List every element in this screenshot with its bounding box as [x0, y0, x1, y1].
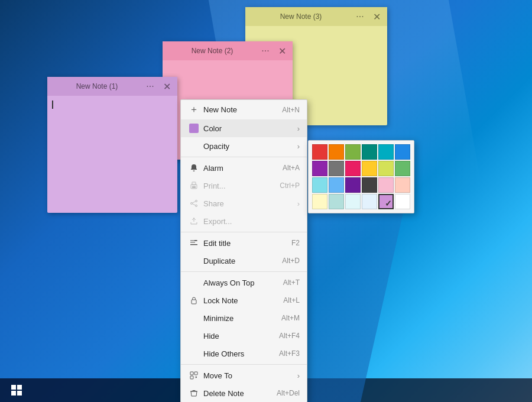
color-swatch-red[interactable]: [312, 144, 327, 160]
color-swatch-deep-purple[interactable]: [345, 177, 361, 193]
svg-rect-9: [194, 240, 197, 241]
color-swatch-dark-gray[interactable]: [362, 177, 377, 193]
color-label: Color: [203, 124, 295, 133]
color-swatch-light-pink[interactable]: [378, 177, 394, 193]
color-swatch-white[interactable]: [395, 194, 410, 209]
note-2-close-button[interactable]: ✕: [275, 44, 289, 58]
context-menu: ＋ New Note Alt+N Color ›: [180, 99, 307, 402]
duplicate-shortcut: Alt+D: [282, 257, 300, 265]
text-cursor: [52, 100, 53, 109]
note-1-content: [47, 96, 177, 213]
svg-rect-16: [17, 385, 22, 390]
separator-4: [181, 364, 307, 365]
separator-1: [181, 157, 307, 157]
always-on-top-shortcut: Alt+T: [283, 278, 300, 287]
desktop: New Note (3) ··· ✕ New Note (2) ··· ✕ Ne…: [0, 0, 532, 402]
svg-rect-15: [11, 385, 16, 390]
print-icon: [188, 181, 200, 190]
color-swatch-light-yellow[interactable]: [312, 194, 327, 209]
svg-rect-18: [17, 391, 22, 395]
color-swatch-blue[interactable]: [395, 144, 410, 160]
svg-rect-12: [194, 372, 197, 375]
color-swatch-pale-blue[interactable]: [362, 194, 377, 209]
color-swatch-ice[interactable]: [345, 194, 361, 209]
delete-note-shortcut: Alt+Del: [277, 389, 300, 397]
plus-icon: ＋: [188, 103, 200, 116]
color-swatch-light-cyan[interactable]: [312, 177, 327, 193]
move-to-arrow-icon: ›: [297, 371, 300, 380]
svg-rect-8: [190, 244, 197, 245]
opacity-label: Opacity: [203, 142, 295, 151]
color-swatch-green[interactable]: [345, 144, 361, 160]
color-swatch-gray[interactable]: [329, 161, 344, 176]
color-swatch-teal[interactable]: [362, 144, 377, 160]
menu-item-new-note[interactable]: ＋ New Note Alt+N: [181, 100, 307, 119]
note-3-header: New Note (3) ··· ✕: [245, 7, 387, 26]
note-1-menu-button[interactable]: ···: [143, 79, 157, 93]
menu-item-share[interactable]: Share ›: [181, 194, 307, 212]
bell-icon: [188, 164, 200, 172]
menu-item-edit-title[interactable]: Edit title F2: [181, 234, 307, 252]
svg-point-3: [196, 200, 197, 202]
export-label: Export...: [203, 217, 300, 226]
color-swatch-peach[interactable]: [395, 177, 410, 193]
note-3-controls: ··· ✕: [353, 9, 384, 24]
color-swatch-cyan[interactable]: [378, 144, 394, 160]
menu-item-minimize[interactable]: Minimize Alt+M: [181, 309, 307, 327]
note-2-controls: ··· ✕: [258, 44, 289, 58]
svg-point-5: [196, 205, 197, 207]
color-swatch-purple[interactable]: [312, 161, 327, 176]
note-3-menu-button[interactable]: ···: [353, 9, 367, 24]
menu-item-alarm[interactable]: Alarm Alt+A: [181, 159, 307, 177]
separator-2: [181, 232, 307, 232]
share-label: Share: [203, 199, 295, 208]
svg-line-6: [192, 202, 195, 203]
sticky-note-1[interactable]: New Note (1) ··· ✕: [47, 77, 177, 213]
menu-item-color[interactable]: Color ›: [181, 119, 307, 137]
color-swatch-light-green[interactable]: [395, 161, 410, 176]
note-2-header: New Note (2) ··· ✕: [163, 41, 293, 60]
hide-others-label: Hide Others: [203, 349, 274, 358]
note-1-close-button[interactable]: ✕: [160, 79, 174, 93]
note-3-title: New Note (3): [249, 12, 353, 21]
print-label: Print...: [203, 181, 275, 190]
new-note-label: New Note: [203, 105, 277, 114]
color-swatch-yellow[interactable]: [362, 161, 377, 176]
lock-note-shortcut: Alt+L: [283, 296, 300, 304]
color-swatch-orange[interactable]: [329, 144, 344, 160]
color-swatch-lime[interactable]: [378, 161, 394, 176]
menu-item-hide[interactable]: Hide Alt+F4: [181, 327, 307, 345]
menu-item-duplicate[interactable]: Duplicate Alt+D: [181, 252, 307, 270]
menu-item-move-to[interactable]: Move To ›: [181, 367, 307, 384]
color-swatch-mint[interactable]: [329, 194, 344, 209]
svg-rect-11: [190, 372, 193, 375]
menu-item-opacity[interactable]: Opacity ›: [181, 137, 307, 155]
color-arrow-icon: ›: [297, 124, 300, 133]
hide-shortcut: Alt+F4: [279, 332, 300, 340]
hide-label: Hide: [203, 332, 274, 341]
alarm-shortcut: Alt+A: [283, 164, 300, 172]
menu-item-always-on-top[interactable]: Always On Top Alt+T: [181, 274, 307, 291]
start-button[interactable]: [5, 378, 28, 402]
duplicate-label: Duplicate: [203, 257, 277, 265]
note-1-header: New Note (1) ··· ✕: [47, 77, 177, 96]
menu-item-hide-others[interactable]: Hide Others Alt+F3: [181, 345, 307, 362]
menu-item-delete-note[interactable]: Delete Note Alt+Del: [181, 384, 307, 402]
share-arrow-icon: ›: [297, 199, 300, 208]
color-swatch-lavender[interactable]: [378, 194, 394, 209]
svg-line-7: [192, 204, 195, 206]
always-on-top-label: Always On Top: [203, 278, 278, 287]
color-swatch-light-blue[interactable]: [329, 177, 344, 193]
note-2-menu-button[interactable]: ···: [258, 44, 273, 58]
opacity-arrow-icon: ›: [297, 142, 300, 151]
export-icon: [188, 217, 200, 225]
alarm-label: Alarm: [203, 164, 278, 173]
color-swatch-pink[interactable]: [345, 161, 361, 176]
menu-item-lock-note[interactable]: Lock Note Alt+L: [181, 291, 307, 309]
share-icon: [188, 199, 200, 208]
menu-item-export[interactable]: Export...: [181, 212, 307, 230]
minimize-label: Minimize: [203, 314, 277, 323]
note-3-close-button[interactable]: ✕: [369, 9, 384, 24]
menu-item-print[interactable]: Print... Ctrl+P: [181, 177, 307, 194]
edit-title-shortcut: F2: [291, 239, 300, 247]
